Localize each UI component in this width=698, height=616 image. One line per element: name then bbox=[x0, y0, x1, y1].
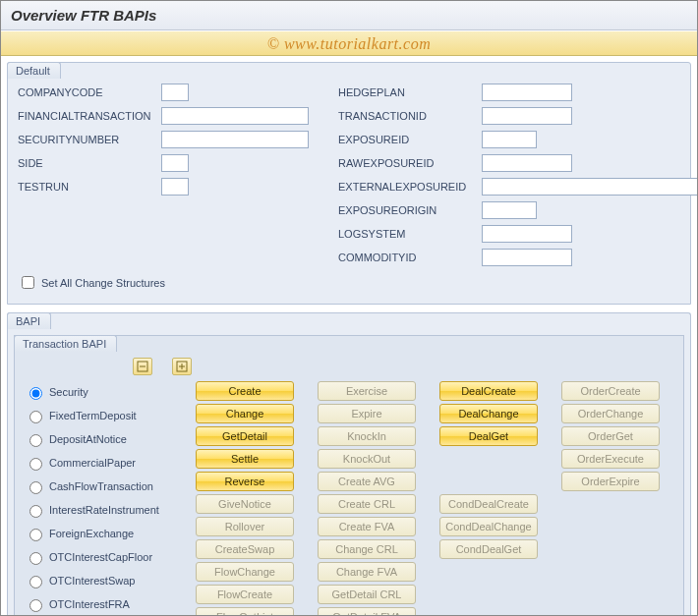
btn-expire: Expire bbox=[318, 404, 416, 423]
btn-changefva: Change FVA bbox=[318, 562, 416, 582]
radio-label-2: DepositAtNotice bbox=[49, 433, 127, 445]
btn-orderexpire: OrderExpire bbox=[561, 472, 660, 491]
radio-otcinterestswap[interactable] bbox=[29, 576, 42, 588]
radio-label-3: CommercialPaper bbox=[49, 457, 136, 469]
btn-createswap: CreateSwap bbox=[196, 539, 294, 559]
default-right-label-6: LOGSYSTEM bbox=[338, 228, 476, 240]
btn-reverse[interactable]: Reverse bbox=[196, 472, 294, 491]
groupbox-default: Default COMPANYCODEFINANCIALTRANSACTIONS… bbox=[7, 62, 691, 305]
btn-givenotice: GiveNotice bbox=[196, 494, 294, 514]
btn-dealcreate[interactable]: DealCreate bbox=[439, 381, 538, 401]
default-left-label-4: TESTRUN bbox=[18, 181, 155, 193]
default-left-label-1: FINANCIALTRANSACTION bbox=[18, 110, 155, 122]
radio-foreignexchange[interactable] bbox=[29, 529, 42, 541]
default-right-label-7: COMMODITYID bbox=[338, 252, 476, 263]
btn-orderget: OrderGet bbox=[561, 426, 660, 446]
default-left-input-testrun[interactable] bbox=[161, 178, 189, 196]
default-right-label-3: RAWEXPOSUREID bbox=[338, 157, 476, 169]
default-left-input-side[interactable] bbox=[161, 154, 189, 172]
set-all-change-structures-checkbox[interactable] bbox=[22, 276, 34, 289]
default-right-input-commodityid[interactable] bbox=[482, 249, 572, 266]
default-left-label-0: COMPANYCODE bbox=[18, 86, 155, 98]
radio-fixedtermdeposit[interactable] bbox=[29, 411, 42, 423]
page-title: Overview FTR BAPIs bbox=[1, 1, 697, 30]
default-left-label-2: SECURITYNUMBER bbox=[18, 134, 155, 145]
default-right-input-hedgeplan[interactable] bbox=[482, 84, 572, 101]
btn-rollover: Rollover bbox=[196, 517, 294, 536]
btn-flowchange: FlowChange bbox=[196, 562, 294, 582]
btn-ordercreate: OrderCreate bbox=[561, 381, 660, 401]
groupbox-default-title: Default bbox=[7, 62, 61, 79]
radio-security[interactable] bbox=[29, 387, 42, 400]
btn-flowcreate: FlowCreate bbox=[196, 585, 294, 604]
default-right-input-rawexposureid[interactable] bbox=[482, 154, 572, 172]
subgroup-transaction-bapi: Transaction BAPI SecurityFixedTermDeposi… bbox=[14, 335, 684, 616]
btn-exercise: Exercise bbox=[318, 381, 416, 401]
btn-getdetailfva: GetDetail FVA bbox=[318, 607, 416, 616]
btn-conddealchange: CondDealChange bbox=[439, 517, 538, 536]
default-right-input-logsystem[interactable] bbox=[482, 225, 572, 243]
btn-changecrl: Change CRL bbox=[318, 539, 416, 559]
default-right-input-exposureorigin[interactable] bbox=[482, 201, 537, 219]
toolbar-strip: © www.tutorialkart.com bbox=[1, 30, 697, 56]
btn-flowgetlist: FlowGetList bbox=[196, 607, 294, 616]
btn-knockout: KnockOut bbox=[318, 449, 416, 469]
radio-otcinterestfra[interactable] bbox=[29, 599, 42, 612]
radio-depositatnotice[interactable] bbox=[29, 434, 42, 447]
groupbox-bapi-title: BAPI bbox=[7, 312, 51, 329]
default-right-input-externalexposureid[interactable] bbox=[482, 178, 698, 196]
btn-conddealcreate: CondDealCreate bbox=[439, 494, 538, 514]
groupbox-bapi: BAPI Transaction BAPI SecurityFixedTermD… bbox=[7, 312, 691, 616]
radio-label-4: CashFlowTransaction bbox=[49, 480, 153, 492]
expand-all-icon[interactable] bbox=[172, 358, 192, 375]
default-right-input-exposureid[interactable] bbox=[482, 131, 537, 148]
collapse-all-icon[interactable] bbox=[133, 358, 152, 375]
radio-label-7: OTCInterestCapFloor bbox=[49, 551, 152, 563]
btn-settle[interactable]: Settle bbox=[196, 449, 294, 469]
default-right-label-0: HEDGEPLAN bbox=[338, 86, 476, 98]
default-right-label-4: EXTERNALEXPOSUREID bbox=[338, 181, 476, 193]
btn-createfva: Create FVA bbox=[318, 517, 416, 536]
radio-otcinterestcapfloor[interactable] bbox=[29, 552, 42, 565]
btn-getdetail[interactable]: GetDetail bbox=[196, 426, 294, 446]
default-right-label-5: EXPOSUREORIGIN bbox=[338, 204, 476, 216]
radio-label-1: FixedTermDeposit bbox=[49, 410, 137, 421]
subgroup-transaction-bapi-title: Transaction BAPI bbox=[14, 335, 117, 352]
default-left-input-companycode[interactable] bbox=[161, 84, 189, 101]
btn-getdetailcrl: GetDetail CRL bbox=[318, 585, 416, 604]
btn-create[interactable]: Create bbox=[196, 381, 294, 401]
default-right-label-1: TRANSACTIONID bbox=[338, 110, 476, 122]
default-right-input-transactionid[interactable] bbox=[482, 107, 572, 125]
radio-label-0: Security bbox=[49, 386, 88, 398]
radio-label-6: ForeignExchange bbox=[49, 528, 134, 539]
btn-dealget[interactable]: DealGet bbox=[439, 426, 538, 446]
radio-interestrateinstrument[interactable] bbox=[29, 505, 42, 518]
btn-dealchange[interactable]: DealChange bbox=[439, 404, 538, 423]
btn-createavg: Create AVG bbox=[318, 472, 416, 491]
radio-commercialpaper[interactable] bbox=[29, 458, 42, 471]
btn-conddealget: CondDealGet bbox=[439, 539, 538, 559]
default-left-input-financialtransaction[interactable] bbox=[161, 107, 309, 125]
default-left-label-3: SIDE bbox=[18, 157, 155, 169]
radio-label-9: OTCInterestFRA bbox=[49, 598, 130, 610]
btn-createcrl: Create CRL bbox=[318, 494, 416, 514]
radio-cashflowtransaction[interactable] bbox=[29, 481, 42, 494]
radio-label-5: InterestRateInstrument bbox=[49, 504, 159, 516]
btn-orderchange: OrderChange bbox=[561, 404, 660, 423]
set-all-change-structures-label: Set All Change Structures bbox=[41, 277, 165, 289]
default-right-label-2: EXPOSUREID bbox=[338, 134, 476, 145]
default-left-input-securitynumber[interactable] bbox=[161, 131, 309, 148]
btn-orderexecute: OrderExecute bbox=[561, 449, 660, 469]
btn-change[interactable]: Change bbox=[196, 404, 294, 423]
watermark: © www.tutorialkart.com bbox=[267, 35, 431, 52]
radio-label-8: OTCInterestSwap bbox=[49, 575, 135, 587]
btn-knockin: KnockIn bbox=[318, 426, 416, 446]
